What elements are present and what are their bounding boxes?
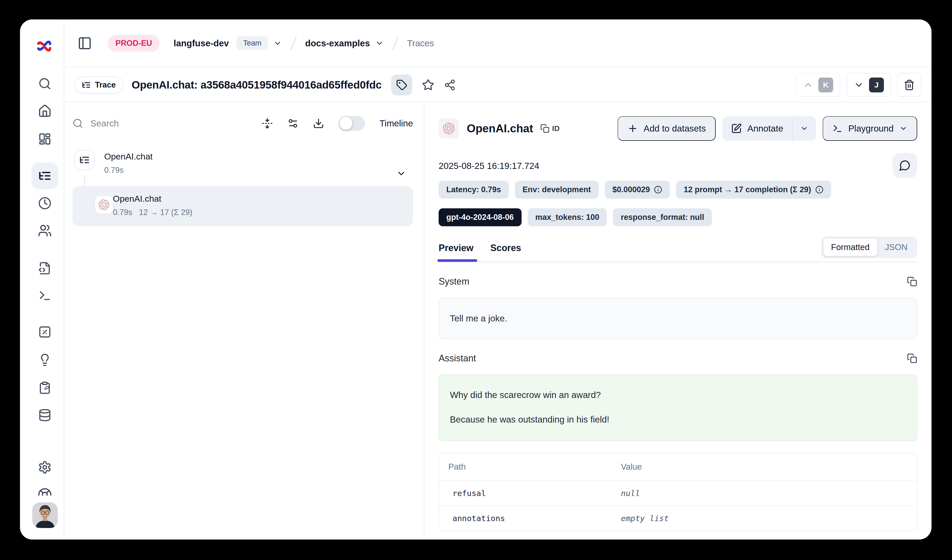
sidebar-item-support[interactable] [38, 487, 52, 502]
timeline-toggle-label: Timeline [379, 118, 413, 128]
breadcrumb-project[interactable]: docs-examples [305, 38, 370, 48]
tree-toolbar: Search Timeline [73, 110, 413, 137]
langfuse-logo-icon[interactable] [36, 38, 53, 56]
cost-badge[interactable]: $0.000029 [605, 181, 670, 199]
terminal-icon [832, 123, 843, 134]
sidebar-item-tracing[interactable] [38, 169, 51, 182]
fold-vertical-icon [262, 118, 273, 129]
trace-type-badge: Trace [74, 77, 124, 93]
token-usage-badge[interactable]: 12 prompt → 17 completion (Σ 29) [676, 181, 831, 199]
user-avatar[interactable] [32, 502, 58, 528]
env-badge: Env: development [515, 181, 599, 199]
sliders-icon [287, 118, 298, 129]
tag-button[interactable] [391, 74, 412, 96]
tree-node-latency: 0.79s [113, 208, 132, 217]
tree-node-generation[interactable]: OpenAI.chat 0.79s 12 → 17 (Σ 29) [73, 186, 413, 226]
gear-icon [38, 460, 52, 474]
share-button[interactable] [444, 79, 456, 91]
tree-node-meta: 0.79s 12 → 17 (Σ 29) [113, 208, 405, 217]
next-trace-button[interactable]: J [847, 73, 891, 97]
sidebar-item-prompts[interactable] [38, 262, 51, 275]
tree-settings-button[interactable] [287, 118, 298, 129]
sidebar-item-home[interactable] [38, 104, 52, 118]
tab-scores[interactable]: Scores [490, 237, 521, 261]
copy-assistant-button[interactable] [907, 353, 917, 363]
org-switcher[interactable] [273, 39, 282, 48]
lightbulb-icon [38, 353, 51, 367]
path-cell: annotations [439, 506, 612, 531]
id-label: ID [552, 124, 560, 133]
add-to-datasets-label: Add to datasets [644, 123, 706, 134]
copy-system-button[interactable] [907, 276, 917, 287]
list-tree-icon [82, 80, 91, 89]
assistant-message-line: Because he was outstanding in his field! [450, 414, 906, 424]
search-icon [73, 118, 83, 129]
sidebar-item-sessions[interactable] [38, 197, 51, 210]
observation-tree-panel: Search Timeline OpenAI [65, 103, 424, 540]
sidebar-item-playground[interactable] [38, 289, 51, 302]
sidebar-item-settings[interactable] [38, 460, 52, 474]
chevron-down-icon [854, 80, 864, 90]
playground-label: Playground [848, 123, 893, 134]
path-cell: refusal [439, 481, 612, 506]
screenshot-frame: PROD-EU langfuse-dev Team docs-examples … [0, 0, 952, 560]
breadcrumb-separator [392, 36, 399, 50]
annotate-button[interactable]: Annotate [722, 116, 792, 141]
sidebar-item-evaluation[interactable] [38, 325, 51, 339]
download-button[interactable] [313, 118, 324, 129]
assistant-message-line: Why did the scarecrow win an award? [450, 390, 906, 400]
chevron-down-icon [396, 168, 406, 179]
sidebar-item-dashboards[interactable] [38, 132, 51, 146]
list-tree-icon [38, 169, 51, 182]
value-cell: empty list [612, 506, 678, 531]
add-to-datasets-button[interactable]: Add to datasets [618, 116, 716, 141]
home-icon [38, 104, 52, 118]
assistant-section-header: Assistant [439, 353, 917, 364]
project-switcher[interactable] [375, 39, 384, 48]
output-path-value-table: Path Value refusal null annotations empt… [439, 453, 917, 531]
playground-button[interactable]: Playground [823, 116, 917, 141]
search-input[interactable]: Search [73, 118, 119, 129]
trace-node-icon [74, 150, 94, 170]
sidebar-item-search[interactable] [38, 77, 51, 90]
star-icon [422, 79, 434, 91]
sidebar-item-llm-judge[interactable] [38, 353, 51, 367]
tree-node-root[interactable]: OpenAI.chat 0.79s [73, 148, 413, 176]
openai-logo-icon [99, 199, 109, 210]
panel-left-toggle[interactable] [77, 36, 92, 51]
detail-tabs: Preview Scores Formatted JSON [439, 236, 917, 262]
format-option-json[interactable]: JSON [877, 239, 915, 256]
panel-left-icon [77, 36, 92, 51]
openai-node-icon [94, 195, 113, 214]
sidebar-item-datasets[interactable] [38, 409, 51, 422]
response-format-badge: response_format: null [613, 208, 712, 226]
timeline-toggle[interactable] [338, 116, 365, 131]
sidebar-item-users[interactable] [38, 224, 52, 238]
collapse-node-button[interactable] [396, 168, 406, 179]
tab-preview[interactable]: Preview [439, 237, 473, 261]
comments-button[interactable] [893, 153, 917, 177]
clipboard-pen-icon [38, 381, 51, 394]
annotate-dropdown-button[interactable] [793, 116, 816, 141]
model-badge[interactable]: gpt-4o-2024-08-06 [439, 208, 522, 226]
copy-id-button[interactable] [540, 124, 550, 133]
environment-badge[interactable]: PROD-EU [108, 35, 160, 52]
observation-detail-panel: OpenAI.chat ID Add to datasets Annotate [424, 103, 932, 540]
chevron-down-icon [375, 39, 384, 48]
breadcrumb-org[interactable]: langfuse-dev [174, 38, 229, 48]
bookmark-button[interactable] [422, 79, 434, 91]
prev-trace-button[interactable]: K [796, 73, 840, 97]
tree-node-latency: 0.79s [104, 166, 153, 175]
avatar-portrait [32, 502, 58, 528]
breadcrumb: PROD-EU langfuse-dev Team docs-examples … [65, 20, 932, 67]
trace-type-label: Trace [95, 80, 116, 89]
model-badges-row: gpt-4o-2024-08-06 max_tokens: 100 respon… [439, 208, 917, 226]
sidebar-item-annotation[interactable] [38, 381, 51, 394]
download-icon [313, 118, 324, 129]
delete-trace-button[interactable] [897, 73, 921, 97]
breadcrumb-section[interactable]: Traces [407, 38, 434, 48]
format-option-formatted[interactable]: Formatted [824, 239, 877, 256]
sidebar [20, 20, 64, 540]
collapse-all-button[interactable] [262, 118, 273, 129]
system-message-content: Tell me a joke. [450, 313, 507, 324]
